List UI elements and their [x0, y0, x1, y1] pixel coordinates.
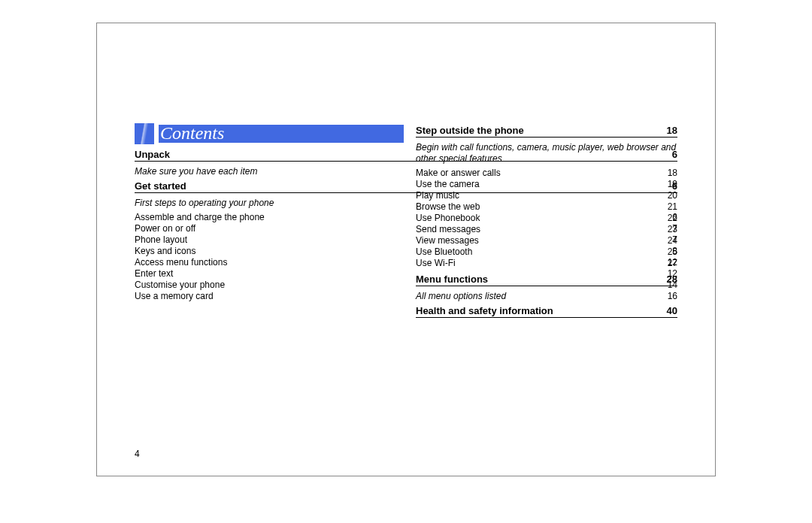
toc-label: Use the camera — [416, 179, 480, 190]
toc-label: Customise your phone — [135, 280, 225, 291]
section-subtitle: All menu options listed — [416, 291, 677, 302]
toc-label: Use Bluetooth — [416, 246, 472, 258]
toc-label: Keys and icons — [135, 246, 195, 257]
toc-row: Use Wi-Fi 27 — [416, 258, 677, 269]
toc-label: Use Wi-Fi — [416, 258, 456, 269]
toc-row: Use Phonebook 22 — [416, 213, 677, 224]
contents-title: Contents — [160, 124, 224, 142]
toc-row: Play music20 — [416, 190, 677, 201]
section-subtitle: Begin with call functions, camera, music… — [416, 142, 677, 165]
toc-label: Use Phonebook — [416, 213, 480, 224]
toc-label: Power on or off — [135, 223, 195, 234]
toc-label: Browse the web — [416, 201, 480, 213]
toc-label: Enter text — [135, 268, 173, 280]
toc-row: Use Bluetooth 25 — [416, 246, 677, 258]
toc-row: View messages 24 — [416, 235, 677, 246]
section-header: Health and safety information40 — [416, 305, 677, 318]
section-header: Step outside the phone18 — [416, 125, 677, 138]
toc-page: 24 — [661, 235, 677, 246]
section-heading-label: Menu functions — [416, 274, 488, 285]
toc-page: 21 — [661, 201, 677, 213]
section-heading-label: Health and safety information — [416, 305, 553, 316]
section-heading-page: 28 — [667, 274, 677, 285]
right-column: Step outside the phone18Begin with call … — [416, 125, 677, 318]
toc-label: Use a memory card — [135, 291, 214, 302]
page-number: 4 — [135, 449, 140, 459]
toc-label: Send messages — [416, 224, 480, 235]
toc-row: Make or answer calls18 — [416, 168, 677, 179]
section-heading-page: 18 — [667, 125, 677, 136]
toc-page: 27 — [661, 258, 677, 269]
toc-page: 25 — [661, 246, 677, 258]
manual-page: Contents Unpack6Make sure you have each … — [96, 23, 716, 476]
contents-header: Contents — [135, 123, 404, 144]
section-heading-page: 40 — [667, 305, 677, 316]
toc-label: Assemble and charge the phone — [135, 212, 265, 223]
toc-page: 22 — [661, 213, 677, 224]
section-heading-label: Step outside the phone — [416, 125, 524, 136]
toc-page: 19 — [661, 179, 677, 190]
header-accent-icon — [135, 123, 154, 144]
toc-row: Send messages23 — [416, 224, 677, 235]
toc-label: Play music — [416, 190, 459, 201]
toc-page: 20 — [661, 190, 677, 201]
section-heading-label: Get started — [135, 180, 186, 192]
toc-row: Browse the web 21 — [416, 201, 677, 213]
header-bar: Contents — [159, 125, 404, 143]
toc-label: Phone layout — [135, 234, 187, 246]
toc-label: Access menu functions — [135, 257, 227, 268]
toc-page: 18 — [661, 168, 677, 179]
toc-list: Make or answer calls18Use the camera19Pl… — [416, 168, 677, 269]
toc-label: View messages — [416, 235, 479, 246]
toc-label: Make or answer calls — [416, 168, 501, 179]
toc-row: Use the camera19 — [416, 179, 677, 190]
toc-page: 23 — [661, 224, 677, 235]
section-header: Menu functions28 — [416, 274, 677, 286]
section-heading-label: Unpack — [135, 149, 170, 160]
